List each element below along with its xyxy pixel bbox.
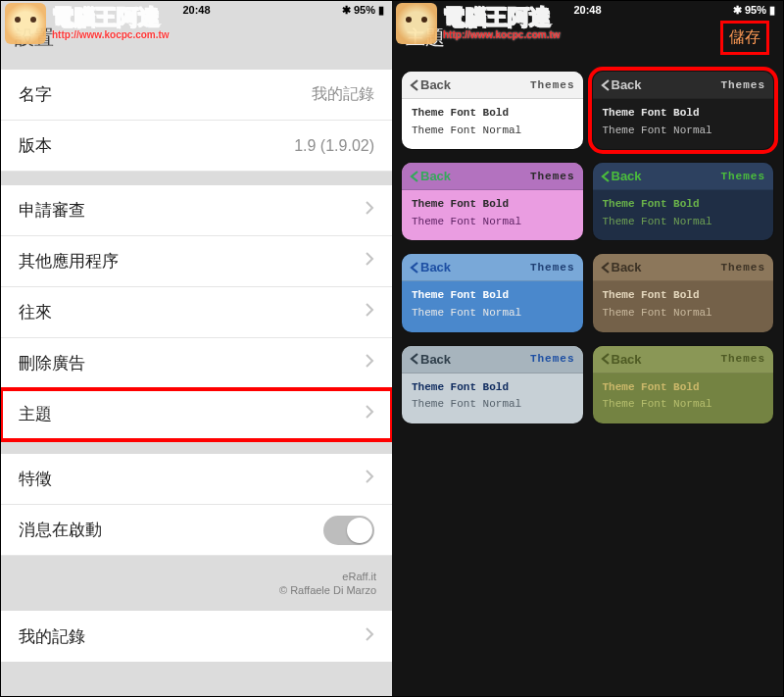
row-msg-on-start[interactable]: 消息在啟動 [1,505,392,556]
sample-normal: Theme Font Normal [412,214,573,231]
back-button: Back [601,352,642,367]
row-label: 特徵 [19,468,52,490]
themes-screen: 電腦王阿達 http://www.kocpc.com.tw -- 20:48 ✱… [392,1,783,696]
themes-label: Themes [530,262,575,274]
chevron-right-icon [365,469,374,489]
theme-card-light[interactable]: Back Themes Theme Font Bold Theme Font N… [402,72,583,149]
theme-card-brown[interactable]: Back Themes Theme Font Bold Theme Font N… [593,254,774,331]
row-label: 往來 [19,301,52,324]
chevron-right-icon [365,302,374,323]
status-bar: -- 20:48 ✱ 95% ▮ [1,1,392,19]
status-time: 20:48 [1,4,392,16]
chevron-right-icon [365,251,374,272]
theme-card-steel[interactable]: Back Themes Theme Font Bold Theme Font N… [402,346,583,423]
nav-bar: 主題 儲存 [392,19,783,56]
row-label: 名字 [19,83,52,106]
status-time: 20:48 [392,4,783,16]
themes-label: Themes [720,79,765,91]
back-button: Back [601,169,642,183]
row-value: 我的記錄 [312,84,374,105]
sample-bold: Theme Font Bold [603,379,764,397]
row-other-apps[interactable]: 其他應用程序 [1,236,392,287]
row-my-records[interactable]: 我的記錄 [1,611,392,662]
themes-label: Themes [530,353,575,365]
credits-site: eRaff.it [342,571,376,582]
row-history[interactable]: 往來 [1,287,392,338]
themes-label: Themes [720,171,765,182]
back-button: Back [410,352,451,367]
nav-bar: 設置 [1,19,392,56]
sample-bold: Theme Font Bold [412,105,573,123]
themes-label: Themes [720,262,765,274]
theme-card-dark[interactable]: Back Themes Theme Font Bold Theme Font N… [593,72,774,149]
row-value: 1.9 (1.9.02) [294,137,374,155]
row-review[interactable]: 申請審查 [1,185,392,236]
back-button: Back [410,260,451,274]
back-button: Back [410,77,451,92]
theme-card-blue[interactable]: Back Themes Theme Font Bold Theme Font N… [402,254,583,331]
sample-bold: Theme Font Bold [603,105,764,123]
sample-bold: Theme Font Bold [603,287,764,305]
back-button: Back [601,77,642,92]
chevron-right-icon [365,353,374,373]
theme-card-navy[interactable]: Back Themes Theme Font Bold Theme Font N… [593,163,774,240]
page-title: 主題 [406,25,445,51]
sample-normal: Theme Font Normal [412,305,573,323]
settings-screen: 電腦王阿達 http://www.kocpc.com.tw -- 20:48 ✱… [1,1,392,696]
sample-normal: Theme Font Normal [603,123,764,140]
row-version: 版本 1.9 (1.9.02) [1,121,392,172]
sample-bold: Theme Font Bold [412,287,573,305]
chevron-right-icon [365,626,374,647]
theme-grid: Back Themes Theme Font Bold Theme Font N… [402,72,773,423]
themes-label: Themes [530,171,575,182]
row-remove-ads[interactable]: 刪除廣告 [1,338,392,389]
save-button[interactable]: 儲存 [720,21,769,55]
sample-bold: Theme Font Bold [412,196,573,214]
row-label: 版本 [19,134,52,157]
page-title: 設置 [15,25,54,51]
sample-normal: Theme Font Normal [412,396,573,414]
row-label: 其他應用程序 [19,250,119,273]
row-label: 申請審查 [19,199,85,222]
sample-normal: Theme Font Normal [603,305,764,323]
back-button: Back [601,260,642,274]
themes-label: Themes [720,353,765,365]
row-theme[interactable]: 主題 [1,389,392,440]
theme-card-olive[interactable]: Back Themes Theme Font Bold Theme Font N… [593,346,774,423]
row-features[interactable]: 特徵 [1,454,392,505]
row-label: 我的記錄 [19,625,85,648]
theme-card-pink[interactable]: Back Themes Theme Font Bold Theme Font N… [402,163,583,240]
status-bar: -- 20:48 ✱ 95% ▮ [392,1,783,19]
back-button: Back [410,169,451,183]
sample-normal: Theme Font Normal [603,214,764,231]
chevron-right-icon [365,200,374,221]
sample-normal: Theme Font Normal [412,123,573,140]
row-name[interactable]: 名字 我的記錄 [1,70,392,121]
row-label: 主題 [19,403,52,425]
themes-label: Themes [530,79,575,91]
credits-copyright: © Raffaele Di Marzo [279,584,376,596]
chevron-right-icon [365,404,374,424]
row-label: 消息在啟動 [19,519,102,541]
sample-normal: Theme Font Normal [603,396,764,414]
sample-bold: Theme Font Bold [603,196,764,214]
toggle-switch[interactable] [323,516,374,545]
sample-bold: Theme Font Bold [412,379,573,397]
row-label: 刪除廣告 [19,352,85,374]
credits: eRaff.it © Raffaele Di Marzo [1,556,392,611]
